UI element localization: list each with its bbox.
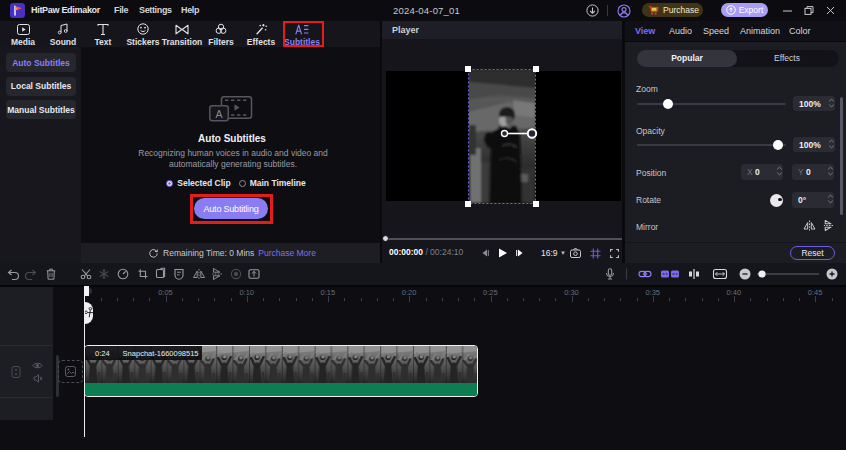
svg-text:A: A (215, 108, 222, 120)
